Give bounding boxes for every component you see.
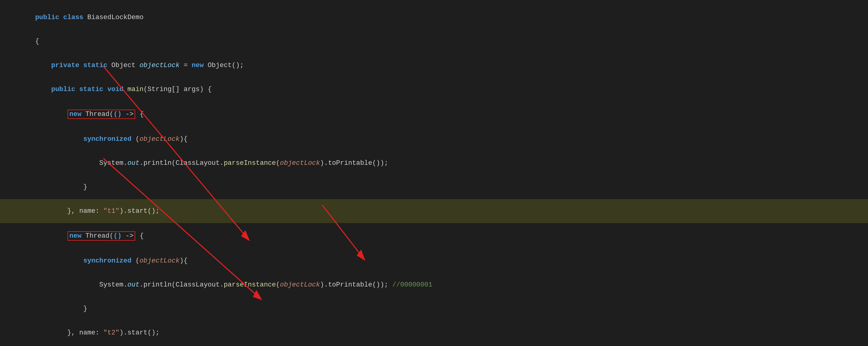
code-line-9: }, name: "t1").start();: [0, 199, 868, 223]
code-line-11: synchronized (objectLock){: [0, 249, 868, 273]
code-line-8: }: [0, 175, 868, 199]
code-line-13: }: [0, 297, 868, 321]
code-line-4: public static void main(String[] args) {: [0, 77, 868, 101]
code-line-5: new Thread(() -> {: [0, 101, 868, 127]
code-line-7: System.out.println(ClassLayout.parseInst…: [0, 151, 868, 175]
thread1-box: new Thread(() ->: [67, 110, 135, 119]
code-line-1: public class BiasedLockDemo: [0, 5, 868, 29]
code-line-10: new Thread(() -> {: [0, 223, 868, 249]
code-editor: public class BiasedLockDemo { private st…: [0, 0, 868, 345]
code-line-2: {: [0, 29, 868, 54]
code-line-14: }, name: "t2").start();: [0, 321, 868, 345]
code-line-12: System.out.println(ClassLayout.parseInst…: [0, 273, 868, 297]
thread2-box: new Thread(() ->: [67, 231, 135, 241]
code-line-6: synchronized (objectLock){: [0, 127, 868, 151]
code-line-3: private static Object objectLock = new O…: [0, 54, 868, 77]
